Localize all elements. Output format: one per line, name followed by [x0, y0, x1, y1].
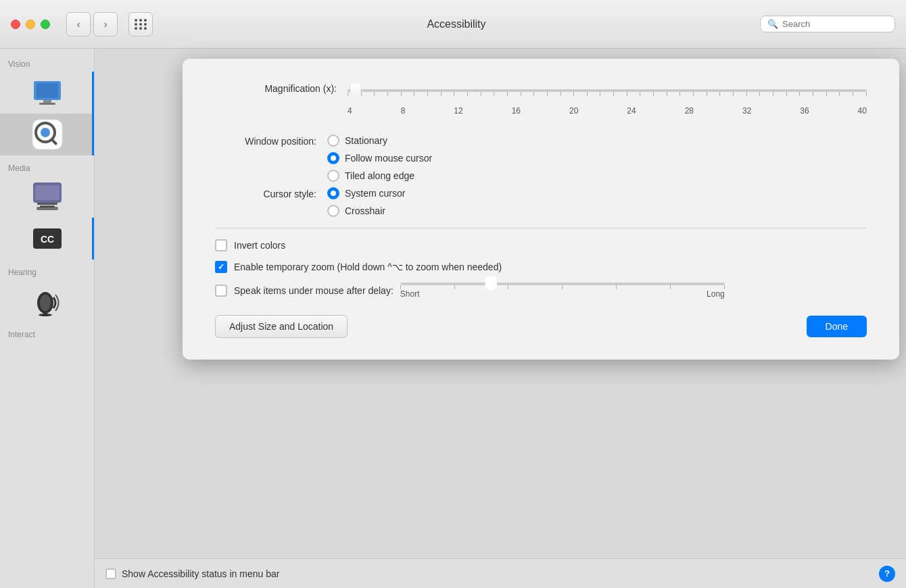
done-button[interactable]: Done: [807, 316, 867, 337]
magnification-label: Magnification (x):: [215, 80, 337, 94]
captions-icon: CC: [32, 223, 63, 254]
cursor-style-label: Cursor style:: [215, 187, 316, 199]
right-panel: Magnification (x):: [95, 49, 906, 588]
radio-crosshair[interactable]: Crosshair: [327, 205, 405, 217]
search-box: 🔍: [760, 16, 895, 32]
radio-circle-stationary: [327, 134, 339, 147]
checkbox-speak-items-section: Speak items under mouse after delay:: [215, 283, 867, 299]
svg-rect-2: [43, 100, 51, 103]
checkmark-icon: ✓: [218, 263, 224, 271]
radio-inner-follow-mouse: [331, 155, 336, 161]
radio-label-tiled: Tiled along edge: [345, 170, 414, 181]
radio-tiled[interactable]: Tiled along edge: [327, 170, 432, 182]
sidebar-item-display[interactable]: [0, 72, 94, 114]
svg-point-17: [40, 295, 51, 311]
tick-label-24: 24: [627, 106, 636, 116]
hearing-label: Hearing: [0, 265, 94, 280]
radio-label-stationary: Stationary: [345, 135, 387, 146]
tick-label-12: 12: [454, 106, 462, 116]
speak-slider-labels: Short Long: [400, 289, 725, 299]
grid-view-button[interactable]: [128, 12, 153, 36]
checkbox-temp-zoom-row: ✓ Enable temporary zoom (Hold down ^⌥ to…: [215, 261, 867, 273]
sidebar-item-audio[interactable]: [0, 280, 94, 322]
close-button[interactable]: [11, 20, 20, 29]
speak-slider-min: Short: [400, 289, 420, 299]
checkbox-show-accessibility[interactable]: [105, 568, 116, 579]
forward-button[interactable]: ›: [93, 12, 118, 36]
svg-text:...: ...: [45, 207, 48, 212]
cursor-style-section: Cursor style: System cursor Crosshair: [215, 187, 867, 217]
magnification-section: Magnification (x):: [215, 80, 867, 116]
checkbox-speak-items-label: Speak items under mouse after delay:: [234, 285, 394, 296]
checkbox-temp-zoom[interactable]: ✓: [215, 261, 227, 273]
svg-point-19: [39, 314, 52, 316]
checkbox-invert-colors-label: Invert colors: [234, 240, 285, 251]
tick-label-36: 36: [800, 106, 809, 116]
back-button[interactable]: ‹: [66, 12, 91, 36]
speak-slider-container: Short Long: [400, 283, 725, 299]
media-label: Media: [0, 161, 94, 176]
audio-icon: [32, 285, 63, 316]
radio-label-follow-mouse: Follow mouse cursor: [345, 153, 432, 164]
modal-dialog: Magnification (x):: [183, 59, 899, 360]
magnification-slider-track[interactable]: [348, 80, 867, 101]
sidebar: Vision: [0, 49, 95, 588]
show-accessibility-status-row: Show Accessibility status in menu bar: [105, 568, 279, 579]
sidebar-item-captions[interactable]: CC: [0, 218, 94, 260]
sidebar-item-descriptions[interactable]: ...: [0, 176, 94, 218]
active-bar-zoom: [92, 114, 94, 155]
radio-system-cursor[interactable]: System cursor: [327, 187, 405, 199]
display-icon: [32, 77, 63, 108]
svg-point-6: [41, 128, 50, 137]
active-bar-captions: [92, 218, 94, 260]
window-position-section: Window position: Stationary Follow mouse…: [215, 134, 867, 182]
radio-follow-mouse[interactable]: Follow mouse cursor: [327, 152, 432, 164]
search-input[interactable]: [782, 19, 877, 29]
minimize-button[interactable]: [26, 20, 35, 29]
checkbox-speak-items[interactable]: [215, 285, 227, 297]
speak-slider-track[interactable]: [400, 283, 725, 285]
checkbox-invert-colors[interactable]: [215, 239, 227, 251]
search-icon: 🔍: [767, 19, 778, 29]
section-divider: [215, 228, 867, 228]
svg-rect-10: [37, 203, 57, 205]
radio-circle-crosshair: [327, 205, 339, 217]
cursor-style-radio-group: System cursor Crosshair: [327, 187, 405, 217]
magnification-tick-labels: 4 8 12 16 20 24 28 32 36 40: [348, 106, 867, 116]
radio-circle-tiled: [327, 170, 339, 182]
help-button[interactable]: ?: [879, 566, 895, 582]
sidebar-item-zoom[interactable]: [0, 114, 94, 155]
svg-rect-3: [39, 103, 55, 105]
vision-label: Vision: [0, 57, 94, 72]
radio-inner-system: [331, 191, 336, 196]
zoom-icon: [32, 119, 63, 150]
window-position-label: Window position:: [215, 134, 316, 147]
tick-label-32: 32: [742, 106, 751, 116]
window-position-radio-group: Stationary Follow mouse cursor Tiled alo…: [327, 134, 432, 182]
radio-circle-system: [327, 187, 339, 199]
svg-rect-9: [35, 185, 59, 200]
bottom-bar: Show Accessibility status in menu bar ?: [95, 558, 906, 588]
checkbox-invert-colors-row: Invert colors: [215, 239, 867, 251]
interact-label: Interact: [0, 327, 94, 342]
tick-label-20: 20: [569, 106, 578, 116]
svg-rect-1: [37, 83, 58, 98]
magnification-slider-row: [348, 80, 867, 101]
show-accessibility-label: Show Accessibility status in menu bar: [122, 568, 279, 579]
tick-label-4: 4: [348, 106, 352, 116]
tick-label-8: 8: [401, 106, 406, 116]
adjust-size-button[interactable]: Adjust Size and Location: [215, 315, 348, 338]
radio-stationary[interactable]: Stationary: [327, 134, 432, 147]
nav-buttons: ‹ ›: [66, 12, 118, 36]
window-title: Accessibility: [161, 18, 752, 30]
radio-circle-follow-mouse: [327, 152, 339, 164]
grid-dots-icon: [135, 19, 147, 30]
tick-label-40: 40: [858, 106, 867, 116]
maximize-button[interactable]: [41, 20, 50, 29]
checkboxes-section: Invert colors ✓ Enable temporary zoom (H…: [215, 239, 867, 299]
active-bar: [92, 72, 94, 114]
tick-label-16: 16: [512, 106, 521, 116]
speak-slider-max: Long: [707, 289, 725, 299]
tick-label-28: 28: [685, 106, 694, 116]
svg-text:CC: CC: [40, 234, 53, 245]
